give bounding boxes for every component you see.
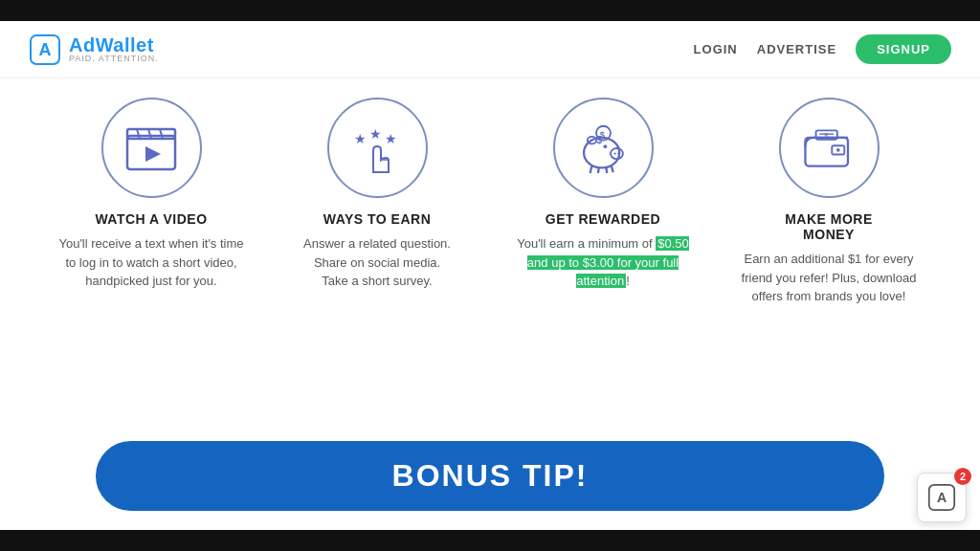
svg-point-13	[610, 148, 622, 159]
header: A AdWallet Paid. Attention. LOGIN ADVERT…	[0, 21, 980, 78]
widget-badge: 2	[954, 468, 971, 485]
svg-text:$: $	[599, 129, 605, 139]
svg-text:A: A	[937, 490, 947, 505]
adwallet-logo-icon: A	[29, 33, 61, 66]
get-rewarded-icon-circle: $ $	[553, 98, 654, 198]
main-content: A AdWallet Paid. Attention. LOGIN ADVERT…	[0, 21, 980, 530]
svg-text:A: A	[39, 40, 52, 59]
floating-widget[interactable]: A 2	[917, 473, 967, 522]
wallet-icon: $	[798, 120, 860, 177]
svg-text:★: ★	[354, 131, 367, 146]
ways-to-earn-icon-circle: ★ ★ ★	[327, 98, 428, 198]
svg-point-27	[835, 148, 839, 152]
svg-point-17	[603, 144, 607, 148]
make-more-money-icon-circle: $	[779, 98, 880, 198]
card-get-rewarded: $ $ GET REWARDED You'll earn a minimum o…	[507, 98, 699, 291]
card-get-rewarded-title: GET REWARDED	[546, 211, 660, 227]
svg-rect-25	[805, 137, 848, 165]
card-watch-video: WATCH A VIDEO You'll receive a text when…	[56, 98, 247, 291]
login-link[interactable]: LOGIN	[694, 42, 738, 56]
svg-text:$: $	[823, 130, 827, 139]
nav-area: LOGIN ADVERTISE SIGNUP	[694, 34, 951, 64]
logo-sub: Paid. Attention.	[69, 55, 159, 63]
signup-button[interactable]: SIGNUP	[856, 34, 951, 64]
svg-text:★: ★	[385, 131, 397, 146]
svg-line-6	[160, 129, 163, 139]
advertise-link[interactable]: ADVERTISE	[757, 42, 836, 56]
bonus-section: BONUS TIP!	[0, 431, 980, 530]
svg-line-20	[606, 166, 607, 173]
svg-line-4	[137, 129, 140, 139]
black-bar-top	[0, 0, 980, 21]
cards-section: WATCH A VIDEO You'll receive a text when…	[0, 78, 980, 431]
clapperboard-icon	[122, 121, 180, 174]
bonus-tip-button[interactable]: BONUS TIP!	[96, 441, 884, 511]
card-ways-to-earn: ★ ★ ★ WAYS TO EARN Answer a related ques…	[281, 98, 473, 291]
logo-text-area: AdWallet Paid. Attention.	[69, 35, 159, 63]
svg-point-15	[617, 152, 619, 154]
widget-icon: A	[927, 483, 956, 512]
svg-text:★: ★	[369, 126, 382, 142]
card-make-more-money-title: MAKE MOREMONEY	[785, 211, 873, 242]
svg-line-19	[597, 166, 598, 173]
card-make-more-money: $ MAKE MOREMONEY Earn an additional $1 f…	[733, 98, 924, 306]
svg-point-14	[613, 152, 615, 154]
black-bar-bottom	[0, 530, 980, 551]
card-ways-to-earn-title: WAYS TO EARN	[323, 211, 432, 227]
svg-line-18	[590, 165, 591, 172]
card-watch-video-title: WATCH A VIDEO	[95, 211, 207, 227]
card-get-rewarded-body: You'll earn a minimum of $0.50 and up to…	[507, 234, 699, 291]
svg-line-21	[611, 165, 612, 172]
card-ways-to-earn-body: Answer a related question.Share on socia…	[303, 234, 451, 291]
svg-line-5	[148, 129, 151, 139]
watch-video-icon-circle	[101, 98, 202, 198]
logo-main: AdWallet	[69, 35, 159, 55]
reward-highlight: $0.50 and up to $3.00 for your full atte…	[527, 236, 689, 288]
piggy-bank-icon: $ $	[572, 120, 635, 177]
svg-marker-7	[145, 146, 161, 162]
card-make-more-money-body: Earn an additional $1 for every friend y…	[733, 250, 924, 306]
logo-area: A AdWallet Paid. Attention.	[29, 33, 159, 66]
card-watch-video-body: You'll receive a text when it's time to …	[56, 234, 247, 291]
star-hand-icon: ★ ★ ★	[346, 120, 409, 177]
